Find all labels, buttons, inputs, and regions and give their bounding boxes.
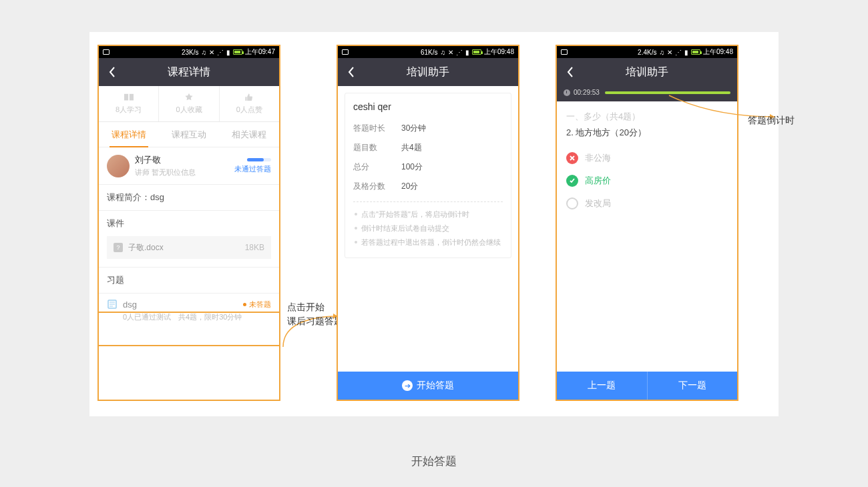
file-icon: ?: [114, 243, 123, 252]
status-bar: 61K/s ♫ ✕ ⋰ ▮ 上午09:48: [338, 46, 518, 58]
status-bar: 23K/s ♫ ✕ ⋰ ▮ 上午09:47: [99, 46, 279, 58]
quiz-row[interactable]: dsg 未答题 0人已通过测试 共4题，限时30分钟: [99, 293, 279, 330]
signal-icon: ▮: [684, 49, 688, 56]
wifi-icon: ⋰: [456, 49, 463, 56]
option-2[interactable]: 高房价: [557, 169, 737, 192]
course-intro: 课程简介：dsg: [99, 185, 279, 211]
quiz-icon: [107, 299, 118, 310]
clock-text: 上午09:48: [703, 47, 733, 57]
file-size: 18KB: [245, 243, 264, 252]
annotation-countdown: 答题倒计时: [748, 113, 795, 127]
net-speed: 61K/s: [421, 49, 438, 56]
file-name: 子敬.docx: [128, 242, 245, 254]
nav-buttons: 上一题 下一题: [557, 372, 737, 400]
option-3[interactable]: 发改局: [557, 192, 737, 215]
exam-status: 未通过答题: [234, 164, 271, 174]
instructor-sub: 讲师 暂无职位信息: [135, 167, 234, 177]
progress-bar: [247, 158, 271, 161]
phone-quiz-intro: 61K/s ♫ ✕ ⋰ ▮ 上午09:48 培训助手 ceshi qer 答题时…: [337, 45, 519, 401]
tabs: 课程详情 课程互动 相关课程: [99, 122, 279, 147]
quiz-subtext: 0人已通过测试 共4题，限时30分钟: [123, 312, 271, 322]
page-title: 课程详情: [168, 65, 210, 79]
section-head: 一、多少（共4题）: [557, 101, 737, 127]
battery-icon: [691, 49, 700, 55]
tab-related[interactable]: 相关课程: [219, 122, 279, 147]
gallery-icon: [342, 49, 349, 55]
countdown-bar: 00:29:53: [557, 86, 737, 101]
option-1[interactable]: 非公海: [557, 147, 737, 169]
question-text: 2. 地方地方（20分）: [557, 127, 737, 147]
quiz-status: 未答题: [243, 300, 271, 310]
stat-study[interactable]: 8人学习: [99, 86, 158, 121]
cross-icon: [566, 152, 578, 164]
signal-icon: ▮: [226, 49, 230, 56]
check-icon: [566, 175, 578, 187]
page-title: 培训助手: [407, 65, 449, 79]
tab-detail[interactable]: 课程详情: [99, 122, 159, 147]
clock-text: 上午09:47: [245, 47, 275, 57]
net-speed: 2.4K/s: [638, 49, 656, 56]
thumb-icon: [243, 93, 255, 102]
wifi-icon: ⋰: [675, 49, 682, 56]
row-duration: 答题时长30分钟: [353, 119, 503, 138]
clock-icon: [564, 89, 570, 96]
gallery-icon: [561, 49, 568, 55]
figure-caption: 开始答题: [0, 454, 868, 469]
tab-interact[interactable]: 课程互动: [159, 122, 219, 147]
star-icon: [183, 93, 195, 102]
clock-text: 上午09:48: [484, 47, 514, 57]
no-sound-icon: ✕: [209, 49, 214, 56]
avatar: [107, 155, 130, 177]
no-sound-icon: ✕: [667, 49, 672, 56]
wifi-icon: ⋰: [217, 49, 224, 56]
status-bar: 2.4K/s ♫ ✕ ⋰ ▮ 上午09:48: [557, 46, 737, 58]
headset-icon: ♫: [659, 49, 664, 56]
battery-icon: [233, 49, 242, 55]
row-pass: 及格分数20分: [353, 177, 503, 196]
signal-icon: ▮: [465, 49, 469, 56]
tip-item: 倒计时结束后试卷自动提交: [353, 221, 503, 235]
instructor-name: 刘子敬: [135, 154, 234, 166]
quiz-title: dsg: [123, 300, 243, 310]
file-row[interactable]: ? 子敬.docx 18KB: [107, 236, 271, 259]
no-sound-icon: ✕: [448, 49, 453, 56]
quiz-info-card: ceshi qer 答题时长30分钟 题目数共4题 总分100分 及格分数20分…: [345, 93, 511, 258]
phone-quiz-answer: 2.4K/s ♫ ✕ ⋰ ▮ 上午09:48 培训助手 00:29:53 一、多…: [556, 45, 738, 401]
book-icon: [123, 93, 135, 102]
section-quiz: 习题: [99, 267, 279, 293]
tip-item: 点击"开始答题"后，将启动倒计时: [353, 207, 503, 221]
nav-bar: 课程详情: [99, 58, 279, 86]
phone-course-detail: 23K/s ♫ ✕ ⋰ ▮ 上午09:47 课程详情 8人学习 0人收藏 0人点…: [97, 45, 280, 401]
row-total: 总分100分: [353, 157, 503, 177]
back-button[interactable]: [564, 62, 577, 82]
stat-like[interactable]: 0人点赞: [219, 86, 279, 121]
countdown-progress: [605, 91, 730, 94]
tips-list: 点击"开始答题"后，将启动倒计时 倒计时结束后试卷自动提交 若答题过程中退出答题…: [353, 207, 503, 250]
countdown-text: 00:29:53: [574, 89, 600, 96]
stat-fav[interactable]: 0人收藏: [158, 86, 218, 121]
next-button[interactable]: 下一题: [648, 372, 738, 400]
prev-button[interactable]: 上一题: [557, 372, 648, 400]
back-button[interactable]: [105, 62, 119, 82]
stats-row: 8人学习 0人收藏 0人点赞: [99, 86, 279, 122]
net-speed: 23K/s: [182, 49, 199, 56]
nav-bar: 培训助手: [557, 58, 737, 86]
battery-icon: [472, 49, 481, 55]
section-courseware: 课件: [99, 211, 279, 236]
start-quiz-button[interactable]: ➔ 开始答题: [338, 372, 518, 400]
headset-icon: ♫: [201, 49, 206, 56]
quiz-name: ceshi qer: [353, 101, 503, 112]
nav-bar: 培训助手: [338, 58, 518, 86]
arrow-right-icon: ➔: [402, 380, 413, 391]
gallery-icon: [103, 49, 110, 55]
page-title: 培训助手: [626, 65, 668, 79]
back-button[interactable]: [345, 62, 358, 82]
headset-icon: ♫: [440, 49, 445, 56]
tip-item: 若答题过程中退出答题，倒计时仍然会继续: [353, 235, 503, 250]
radio-empty-icon: [566, 197, 578, 209]
instructor-row[interactable]: 刘子敬 讲师 暂无职位信息 未通过答题: [99, 147, 279, 185]
row-count: 题目数共4题: [353, 138, 503, 157]
